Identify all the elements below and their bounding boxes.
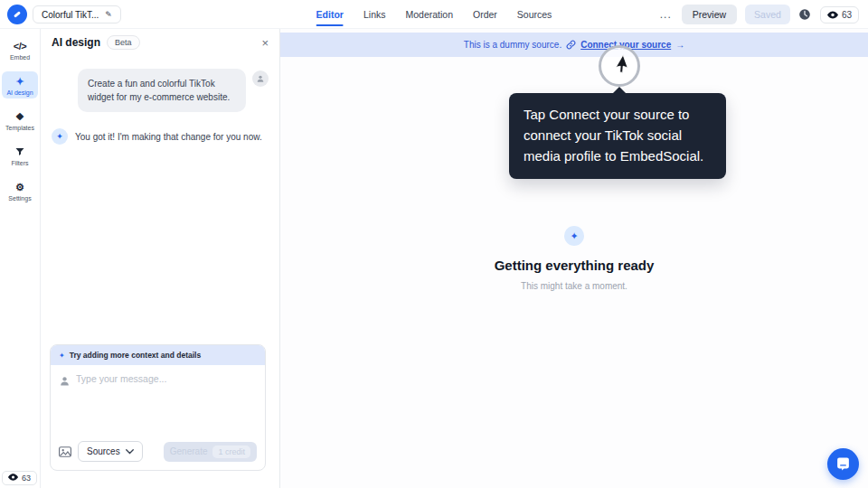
dummy-source-banner: This is a dummy source. Connect your sou… — [280, 33, 868, 57]
gear-icon: ⚙ — [15, 181, 24, 193]
loading-state: ✦ Getting everything ready This might ta… — [280, 226, 868, 291]
user-message-row: Create a fun and colorful TikTok widget … — [52, 69, 269, 112]
sources-dropdown[interactable]: Sources — [78, 441, 143, 462]
sidebar-item-filters[interactable]: Filters — [2, 142, 38, 169]
assistant-message-text: You got it! I'm making that change for y… — [75, 128, 262, 145]
message-composer: ✦ Try adding more context and details So… — [50, 344, 266, 471]
embedsocial-logo[interactable] — [7, 5, 27, 24]
onboarding-tooltip: Tap Connect your source to connect your … — [509, 93, 726, 179]
credit-badge: 1 credit — [212, 446, 250, 458]
sidebar-item-label: Settings — [8, 195, 31, 202]
suggestion-text: Try adding more context and details — [70, 351, 201, 360]
tab-order[interactable]: Order — [473, 0, 497, 29]
message-input[interactable] — [76, 373, 257, 427]
assistant-message-row: ✦ You got it! I'm making that change for… — [52, 128, 269, 145]
widget-name: Colorful TikT... — [42, 10, 99, 20]
user-message-bubble: Create a fun and colorful TikTok widget … — [78, 69, 246, 112]
filter-funnel-icon — [14, 145, 25, 158]
suggestion-bar[interactable]: ✦ Try adding more context and details — [51, 345, 265, 365]
views-count: 63 — [842, 10, 852, 20]
eye-icon — [827, 11, 838, 19]
icon-sidebar: </> Embed ✦ AI design ❖ Templates Filter… — [0, 29, 41, 488]
sidebar-item-label: AI design — [6, 89, 33, 96]
views-count: 63 — [22, 474, 31, 483]
close-icon[interactable]: × — [261, 37, 269, 49]
history-icon[interactable] — [798, 8, 812, 22]
chevron-down-icon — [126, 449, 134, 455]
composer-actions: Sources Generate 1 credit — [51, 434, 265, 470]
tab-links[interactable]: Links — [363, 0, 386, 29]
more-menu-button[interactable]: ... — [658, 8, 674, 21]
input-zone — [51, 365, 265, 434]
sidebar-item-label: Embed — [10, 54, 30, 61]
cursor-highlight-circle — [599, 45, 640, 87]
code-icon: </> — [14, 40, 26, 52]
chat-thread: Create a fun and colorful TikTok widget … — [41, 56, 279, 145]
sparkle-icon: ✦ — [15, 75, 24, 88]
edit-pencil-icon[interactable]: ✎ — [105, 10, 112, 19]
sidebar-item-label: Filters — [11, 160, 28, 166]
person-icon — [59, 374, 71, 390]
logo-glyph-icon — [12, 9, 23, 20]
tab-moderation[interactable]: Moderation — [405, 0, 453, 29]
support-chat-button[interactable] — [827, 448, 859, 480]
ai-design-panel: AI design Beta × Create a fun and colorf… — [41, 29, 280, 488]
beta-badge: Beta — [107, 35, 140, 50]
arrow-right-icon: → — [675, 40, 684, 50]
sidebar-item-ai-design[interactable]: ✦ AI design — [2, 71, 38, 99]
sidebar-item-embed[interactable]: </> Embed — [2, 36, 38, 63]
top-bar: Colorful TikT... ✎ Editor Links Moderati… — [0, 0, 868, 29]
panel-title: AI design — [52, 36, 100, 49]
generate-label: Generate — [170, 446, 208, 456]
ai-sparkle-icon: ✦ — [52, 128, 68, 145]
mouse-cursor-icon — [606, 52, 634, 80]
widget-name-field[interactable]: Colorful TikT... ✎ — [33, 5, 121, 23]
sources-label: Sources — [87, 446, 120, 456]
tab-sources[interactable]: Sources — [517, 0, 552, 29]
views-counter: 63 — [820, 6, 859, 23]
topbar-actions: ... Preview Saved 63 — [658, 0, 859, 29]
templates-icon: ❖ — [15, 110, 24, 123]
preview-button[interactable]: Preview — [682, 5, 737, 24]
panel-header: AI design Beta × — [41, 29, 279, 56]
image-attach-icon[interactable] — [59, 446, 71, 457]
chat-bubble-icon — [835, 456, 851, 472]
link-icon — [566, 40, 576, 50]
loading-subtitle: This might take a moment. — [280, 281, 868, 291]
loading-title: Getting everything ready — [280, 258, 868, 273]
sidebar-item-settings[interactable]: ⚙ Settings — [2, 177, 38, 204]
main-area: This is a dummy source. Connect your sou… — [280, 29, 868, 488]
saved-button[interactable]: Saved — [745, 5, 790, 24]
eye-icon — [8, 474, 18, 483]
sidebar-item-label: Templates — [5, 125, 34, 131]
user-avatar — [252, 70, 269, 87]
views-counter-corner: 63 — [2, 471, 37, 485]
loading-sparkle-icon: ✦ — [564, 226, 584, 246]
banner-text: This is a dummy source. — [464, 40, 561, 50]
tab-editor[interactable]: Editor — [316, 0, 344, 29]
sidebar-item-templates[interactable]: ❖ Templates — [2, 107, 38, 134]
nav-tabs: Editor Links Moderation Order Sources — [316, 0, 552, 29]
sparkle-icon: ✦ — [59, 352, 65, 360]
generate-button[interactable]: Generate 1 credit — [164, 442, 257, 462]
